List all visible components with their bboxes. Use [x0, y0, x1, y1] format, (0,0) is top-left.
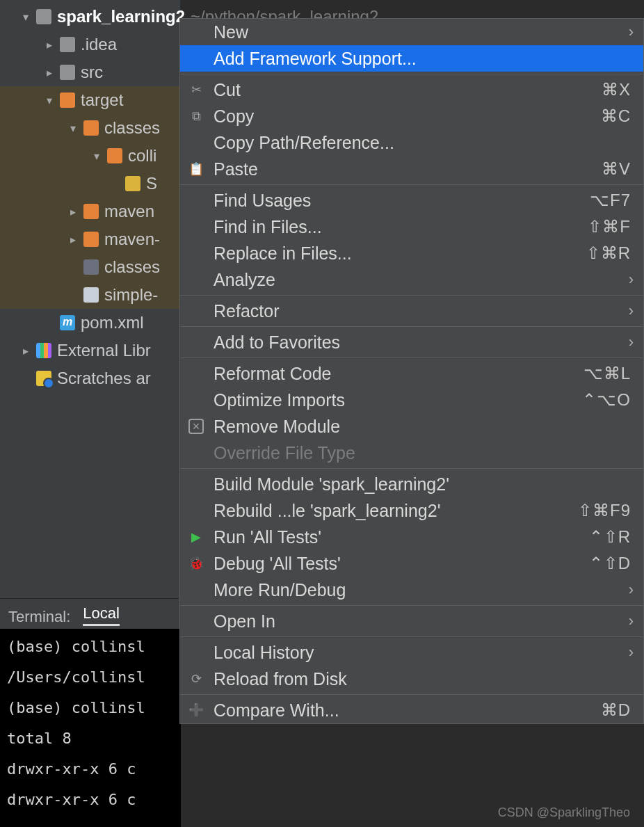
tree-folder-src[interactable]: src: [0, 58, 180, 86]
chevron-right-icon[interactable]: [67, 205, 79, 218]
tree-label: Scratches ar: [57, 369, 151, 388]
tree-label: .idea: [81, 35, 117, 54]
chevron-right-icon: ›: [629, 333, 634, 351]
tree-file-pom[interactable]: m pom.xml: [0, 309, 180, 337]
tree-class-file[interactable]: S: [0, 170, 180, 198]
menu-item-remove-module[interactable]: ×Remove Module: [180, 413, 643, 440]
chevron-down-icon[interactable]: [67, 122, 79, 134]
menu-item-add-framework-support[interactable]: Add Framework Support...: [180, 45, 643, 72]
scratches-icon: [36, 371, 51, 386]
menu-item-shortcut: ⌘C: [593, 106, 631, 126]
menu-item-label: Refactor: [214, 301, 631, 321]
terminal-output[interactable]: (base) collinsl /Users/collinsl (base) c…: [0, 629, 181, 827]
tree-folder-target[interactable]: target: [0, 86, 180, 114]
menu-item-add-to-favorites[interactable]: Add to Favorites›: [180, 329, 643, 355]
project-tree[interactable]: spark_learning2 ~/python/spark_learning2…: [0, 0, 181, 598]
chevron-right-icon[interactable]: [67, 233, 79, 246]
menu-item-paste[interactable]: 📋Paste⌘V: [180, 156, 643, 182]
tree-label: maven-: [104, 230, 160, 249]
folder-icon: [60, 93, 75, 108]
menu-item-run-all-tests[interactable]: ▶Run 'All Tests'⌃⇧R: [180, 524, 643, 550]
tree-folder-maven2[interactable]: maven-: [0, 225, 180, 253]
tree-root-label: spark_learning2: [57, 7, 185, 26]
tree-folder-classes[interactable]: classes: [0, 114, 180, 142]
menu-item-compare-with[interactable]: ➕Compare With...⌘D: [180, 697, 643, 723]
menu-item-reload-from-disk[interactable]: ⟳Reload from Disk: [180, 666, 643, 692]
tree-label: colli: [128, 146, 156, 166]
menu-item-reformat-code[interactable]: Reformat Code⌥⌘L: [180, 360, 643, 387]
menu-item-shortcut: ⌥⌘L: [575, 364, 631, 383]
terminal-line: total 8: [7, 723, 174, 754]
menu-item-label: Compare With...: [214, 700, 593, 721]
chevron-right-icon: ›: [629, 23, 634, 41]
menu-item-find-in-files[interactable]: Find in Files...⇧⌘F: [180, 214, 643, 240]
menu-item-shortcut: ⌥F7: [581, 191, 631, 210]
menu-item-label: Local History: [214, 643, 631, 663]
terminal-tab-local[interactable]: Local: [83, 604, 120, 626]
menu-separator: [180, 74, 643, 74]
menu-separator: [180, 326, 643, 327]
tree-package[interactable]: colli: [0, 142, 180, 170]
menu-item-build-module-spark-learning2[interactable]: Build Module 'spark_learning2': [180, 471, 643, 497]
menu-item-shortcut: ⇧⌘F: [579, 217, 631, 236]
menu-item-open-in[interactable]: Open In›: [180, 608, 643, 634]
menu-separator: [180, 295, 643, 296]
chevron-down-icon[interactable]: [43, 94, 56, 106]
tree-label: External Libr: [57, 341, 151, 360]
tree-scratches[interactable]: Scratches ar: [0, 364, 180, 392]
tree-label: maven: [104, 202, 154, 221]
menu-item-copy-path-reference[interactable]: Copy Path/Reference...: [180, 129, 643, 156]
menu-item-label: Analyze: [214, 270, 631, 290]
menu-item-shortcut: ⌘V: [593, 159, 631, 179]
chevron-right-icon: ›: [629, 271, 634, 289]
tree-file-simple[interactable]: simple-: [0, 281, 180, 309]
menu-item-label: Add to Favorites: [214, 332, 631, 353]
menu-item-more-run-debug[interactable]: More Run/Debug›: [180, 577, 643, 603]
chevron-right-icon: ›: [629, 612, 634, 630]
tree-folder-idea[interactable]: .idea: [0, 31, 180, 58]
maven-icon: m: [60, 315, 75, 330]
debug-icon: 🐞: [188, 556, 204, 571]
terminal-line: /Users/collinsl: [7, 662, 174, 693]
tree-file-classes[interactable]: classes: [0, 253, 180, 281]
chevron-right-icon[interactable]: [19, 344, 32, 357]
menu-item-analyze[interactable]: Analyze›: [180, 266, 643, 293]
menu-item-refactor[interactable]: Refactor›: [180, 298, 643, 324]
terminal-header[interactable]: Terminal: Local: [0, 598, 181, 629]
menu-item-copy[interactable]: ⧉Copy⌘C: [180, 103, 643, 129]
menu-item-debug-all-tests[interactable]: 🐞Debug 'All Tests'⌃⇧D: [180, 550, 643, 577]
project-folder-icon: [36, 9, 51, 24]
menu-item-replace-in-files[interactable]: Replace in Files...⇧⌘R: [180, 240, 643, 266]
run-icon: ▶: [188, 529, 204, 545]
menu-item-new[interactable]: New›: [180, 19, 643, 45]
chevron-right-icon[interactable]: [43, 38, 56, 51]
chevron-down-icon[interactable]: [90, 150, 103, 162]
menu-separator: [180, 694, 643, 695]
context-menu[interactable]: New›Add Framework Support...✂Cut⌘X⧉Copy⌘…: [179, 18, 644, 724]
copy-icon: ⧉: [188, 109, 204, 124]
chevron-down-icon[interactable]: [19, 10, 32, 23]
menu-item-label: Run 'All Tests': [214, 527, 581, 547]
tree-label: target: [81, 90, 123, 110]
tree-label: pom.xml: [81, 313, 144, 332]
menu-item-rebuild-le-spark-learning2[interactable]: Rebuild ...le 'spark_learning2'⇧⌘F9: [180, 497, 643, 524]
chevron-right-icon[interactable]: [43, 66, 56, 79]
folder-icon: [83, 204, 99, 219]
file-icon: [83, 259, 99, 275]
tree-label: S: [146, 174, 157, 193]
menu-item-shortcut: ⌘X: [593, 80, 631, 99]
tree-label: simple-: [104, 285, 158, 305]
menu-item-label: Reformat Code: [214, 364, 575, 384]
tree-external-libraries[interactable]: External Libr: [0, 337, 180, 364]
menu-item-find-usages[interactable]: Find Usages⌥F7: [180, 187, 643, 214]
tree-folder-maven1[interactable]: maven: [0, 198, 180, 225]
menu-separator: [180, 358, 643, 358]
menu-item-label: Build Module 'spark_learning2': [214, 474, 631, 495]
menu-item-local-history[interactable]: Local History›: [180, 639, 643, 666]
package-icon: [107, 148, 122, 163]
menu-item-label: Copy: [214, 106, 593, 127]
tree-root[interactable]: spark_learning2 ~/python/spark_learning2: [0, 3, 180, 31]
menu-item-label: Cut: [214, 80, 593, 100]
menu-item-optimize-imports[interactable]: Optimize Imports⌃⌥O: [180, 387, 643, 413]
menu-item-cut[interactable]: ✂Cut⌘X: [180, 77, 643, 103]
